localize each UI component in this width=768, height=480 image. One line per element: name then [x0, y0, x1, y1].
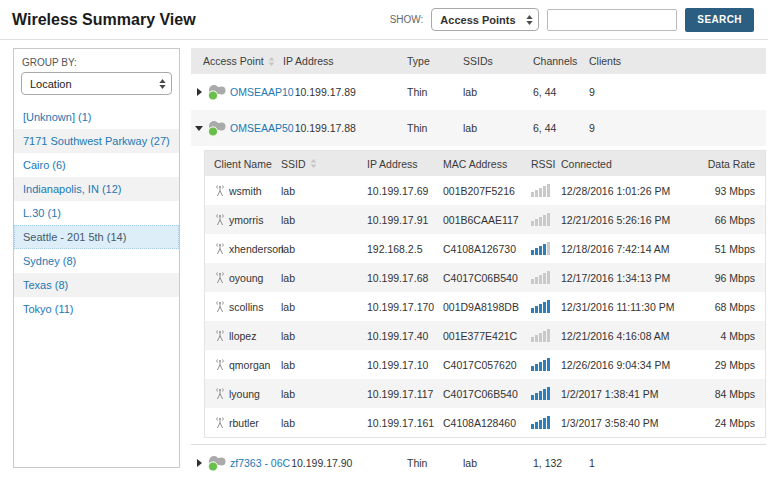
- client-name-cell: wsmith: [205, 184, 281, 197]
- rssi-signal-icon: [527, 300, 561, 313]
- rssi-bar: [543, 418, 546, 429]
- client-row: wsmithlab10.199.17.69001B207F521612/28/2…: [205, 176, 765, 205]
- column-header-data-rate[interactable]: Data Rate: [707, 158, 765, 170]
- access-point-row[interactable]: OMSEAAP5010.199.17.88Thinlab6, 449: [191, 110, 766, 146]
- rssi-bar: [547, 300, 550, 313]
- rssi-bar: [543, 389, 546, 400]
- select-arrows-icon: [526, 15, 533, 25]
- sidebar-item-location[interactable]: Seattle - 201 5th (14): [14, 225, 179, 249]
- client-row: xhendersonlab192.168.2.5C4108A12673012/1…: [205, 234, 765, 263]
- ap-type: Thin: [393, 122, 455, 134]
- column-header-mac-address[interactable]: MAC Address: [443, 158, 527, 170]
- client-connected: 12/18/2016 7:42:14 AM: [561, 243, 707, 255]
- ap-name-link[interactable]: OMSEAAP10: [230, 86, 294, 98]
- rssi-bar: [539, 333, 542, 342]
- ap-name-link[interactable]: OMSEAAP50: [230, 122, 294, 134]
- expand-toggle[interactable]: [191, 88, 207, 96]
- ap-name-link[interactable]: zf7363 - 06C: [230, 457, 290, 469]
- column-header-client-name[interactable]: Client Name: [205, 158, 281, 170]
- rssi-bar: [531, 279, 534, 284]
- client-antenna-icon: [214, 184, 226, 197]
- ap-type: Thin: [393, 86, 455, 98]
- rssi-bar: [535, 364, 538, 371]
- access-point-table: Access Point IP Address Type SSIDs Chann…: [191, 48, 766, 480]
- rssi-bar: [531, 308, 534, 313]
- column-header-ssids[interactable]: SSIDs: [455, 55, 525, 67]
- sidebar-item-location[interactable]: Texas (8): [14, 273, 179, 297]
- column-header-channels[interactable]: Channels: [525, 55, 581, 67]
- ap-ip-address: 10.199.17.88: [295, 122, 356, 134]
- show-select[interactable]: Access Points: [431, 8, 539, 31]
- client-ssid: lab: [281, 301, 367, 313]
- client-row: rbutlerlab10.199.17.161C4108A1284601/3/2…: [205, 408, 765, 437]
- client-ssid: lab: [281, 417, 367, 429]
- ap-ip-address: 10.199.17.89: [295, 86, 356, 98]
- sidebar-item-location[interactable]: [Unknown] (1): [14, 105, 179, 129]
- rssi-bar: [539, 362, 542, 371]
- column-header-label: SSID: [281, 158, 306, 170]
- access-point-row[interactable]: OMSEAAP1010.199.17.89Thinlab6, 449: [191, 74, 766, 110]
- rssi-signal-icon: [527, 387, 561, 400]
- search-input[interactable]: [547, 9, 677, 31]
- client-ssid: lab: [281, 272, 367, 284]
- column-header-type[interactable]: Type: [393, 55, 455, 67]
- sidebar-item-location[interactable]: Cairo (6): [14, 153, 179, 177]
- column-header-access-point[interactable]: Access Point: [191, 55, 283, 67]
- rssi-bar: [535, 248, 538, 255]
- content: GROUP BY: Location [Unknown] (1)7171 Sou…: [0, 40, 768, 480]
- rssi-bar: [543, 273, 546, 284]
- group-by-label: GROUP BY:: [14, 57, 179, 68]
- rssi-bar: [539, 188, 542, 197]
- client-row: oyounglab10.199.17.68C4017C06B54012/17/2…: [205, 263, 765, 292]
- rssi-signal-icon: [527, 416, 561, 429]
- group-by-select[interactable]: Location: [21, 72, 172, 95]
- rssi-bar: [547, 416, 550, 429]
- client-mac: C4017C057620: [443, 359, 527, 371]
- column-header-label: Access Point: [203, 55, 264, 67]
- column-header-rssi[interactable]: RSSI: [527, 158, 561, 170]
- group-by-select-value: Location: [30, 78, 72, 90]
- expand-icon: [197, 459, 202, 467]
- rssi-bar: [547, 358, 550, 371]
- client-data-rate: 84 Mbps: [707, 388, 765, 400]
- rssi-bar: [547, 213, 550, 226]
- sidebar-item-location[interactable]: Tokyo (11): [14, 297, 179, 321]
- column-header-ip-address[interactable]: IP Address: [283, 55, 393, 67]
- rssi-signal-icon: [527, 358, 561, 371]
- expand-toggle[interactable]: [191, 459, 207, 467]
- rssi-bar: [531, 424, 534, 429]
- rssi-bar: [543, 331, 546, 342]
- client-antenna-icon: [214, 242, 226, 255]
- column-header-clients[interactable]: Clients: [581, 55, 766, 67]
- client-mac: C4108A126730: [443, 243, 527, 255]
- column-header-connected[interactable]: Connected: [561, 158, 707, 170]
- column-header-ssid[interactable]: SSID: [281, 158, 367, 170]
- access-point-row[interactable]: zf7363 - 06C10.199.17.90Thinlab1, 1321: [191, 444, 766, 480]
- client-name: rbutler: [229, 417, 259, 429]
- client-row: lyounglab10.199.17.117C4017C06B5401/2/20…: [205, 379, 765, 408]
- ap-ssids: lab: [455, 122, 525, 134]
- client-ssid: lab: [281, 214, 367, 226]
- client-antenna-icon: [214, 300, 226, 313]
- client-data-rate: 96 Mbps: [707, 272, 765, 284]
- client-name: llopez: [229, 330, 256, 342]
- sidebar-item-location[interactable]: 7171 Southwest Parkway (27): [14, 129, 179, 153]
- client-row: scollinslab10.199.17.170001D9A8198DB12/3…: [205, 292, 765, 321]
- client-ssid: lab: [281, 243, 367, 255]
- search-button[interactable]: SEARCH: [685, 8, 754, 32]
- rssi-bar: [547, 329, 550, 342]
- sidebar-item-location[interactable]: L.30 (1): [14, 201, 179, 225]
- sidebar-item-location[interactable]: Indianapolis, IN (12): [14, 177, 179, 201]
- rssi-bar: [539, 246, 542, 255]
- client-mac: 001D9A8198DB: [443, 301, 527, 313]
- client-name-cell: qmorgan: [205, 358, 281, 371]
- topbar: Wireless Summary View SHOW: Access Point…: [0, 0, 768, 40]
- rssi-bar: [531, 337, 534, 342]
- column-header-ip-address[interactable]: IP Address: [367, 158, 443, 170]
- sidebar-item-location[interactable]: Sydney (8): [14, 249, 179, 273]
- rssi-bar: [543, 244, 546, 255]
- client-data-rate: 93 Mbps: [707, 185, 765, 197]
- expand-toggle[interactable]: [191, 126, 207, 131]
- rssi-bar: [535, 277, 538, 284]
- client-ip: 10.199.17.161: [367, 417, 443, 429]
